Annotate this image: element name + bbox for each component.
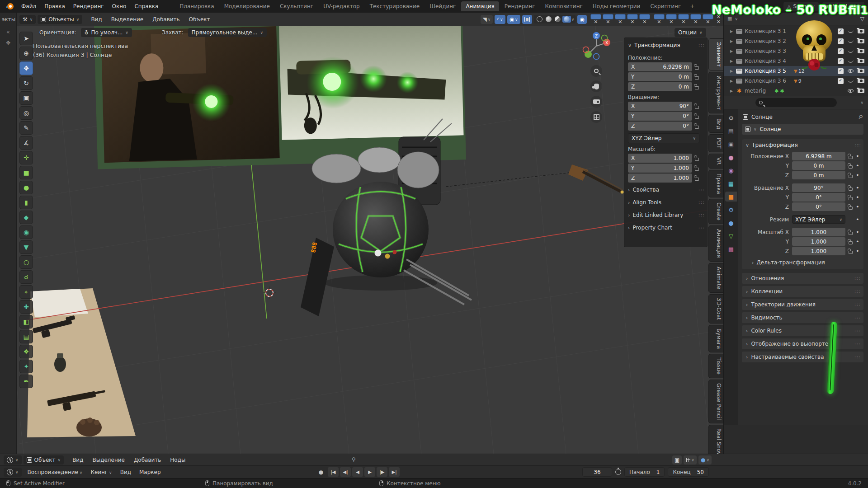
drag-dots-icon[interactable]: ∷∷ <box>854 302 859 307</box>
lock-icon[interactable] <box>695 158 699 161</box>
viewport-menu-item[interactable]: Вид <box>87 15 106 24</box>
x-icon[interactable]: ✕ <box>618 20 622 24</box>
lock-icon[interactable] <box>695 86 699 89</box>
addon-tool-half[interactable]: ◧ <box>19 315 33 328</box>
viewport-menu-item[interactable]: Объект <box>185 15 214 24</box>
collapsed-section-header[interactable]: ›Траектории движения ∷∷ <box>742 299 863 310</box>
render-camera-icon[interactable] <box>858 69 864 73</box>
value-slider[interactable]: Y0 m <box>628 72 692 81</box>
n-panel-tab[interactable]: Элемент <box>708 38 723 70</box>
n-panel-tab[interactable]: 3D-Coat <box>708 294 723 324</box>
visibility-eye-icon[interactable] <box>848 89 854 93</box>
collapsed-panel-header[interactable]: ›Align Tools∷∷ <box>628 196 703 209</box>
render-camera-icon[interactable] <box>858 79 864 83</box>
xray-toggle[interactable] <box>522 15 532 24</box>
annotate-tool[interactable]: ✎ <box>19 121 33 135</box>
collapsed-section-header[interactable]: ›Настраиваемые свойства ∷∷ <box>742 352 863 362</box>
value-slider[interactable]: Z0° <box>628 122 692 131</box>
checkbox[interactable] <box>838 78 844 84</box>
jump-end-button[interactable]: ▶| <box>389 467 400 477</box>
properties-tab-modifiers[interactable]: ⚙ <box>725 205 737 215</box>
toggle-button[interactable] <box>627 14 638 19</box>
visibility-eye-icon[interactable] <box>848 50 854 53</box>
n-panel-tab[interactable]: Правка <box>708 170 723 198</box>
workspace-tab[interactable]: Анимация <box>461 1 499 11</box>
drag-dots-icon[interactable]: ∷∷ <box>854 276 859 281</box>
n-panel-tab[interactable]: Create <box>708 199 723 224</box>
properties-tab-collection[interactable]: ▦ <box>725 178 737 188</box>
dopesheet-menu-item[interactable]: Ноды <box>166 455 189 465</box>
properties-tab-world[interactable]: ◉ <box>725 165 737 175</box>
value-slider[interactable]: X6.9298 m <box>628 62 692 71</box>
animate-dot[interactable]: • <box>856 195 859 200</box>
properties-tab-output[interactable]: ▤ <box>725 126 737 136</box>
add-primitive-tool[interactable]: ✛ <box>19 151 33 164</box>
rotate-tool[interactable]: ↻ <box>19 76 33 90</box>
lock-icon[interactable] <box>849 232 853 235</box>
object-name-field[interactable]: ∨ Солнце <box>742 124 863 135</box>
lock-icon[interactable] <box>695 126 699 129</box>
n-panel-tab[interactable]: VR <box>708 154 723 169</box>
n-panel-tab[interactable]: Анимация <box>708 225 723 261</box>
copy-icon[interactable]: ▣ <box>672 455 682 465</box>
timeline-menu-item[interactable]: Вид <box>116 468 135 477</box>
toggle-button[interactable] <box>639 14 650 19</box>
move-widget-icon[interactable]: ✥ <box>0 40 16 46</box>
add-cube-tool[interactable]: ■ <box>19 166 33 179</box>
disclosure-triangle-icon[interactable]: ▶ <box>730 79 734 83</box>
prev-keyframe-button[interactable]: ◀| <box>340 467 351 477</box>
Коллекция 3 6[interactable]: ▶ Коллекция 3 6 ▼9 <box>724 76 868 86</box>
measure-tool[interactable]: ∡ <box>19 136 33 150</box>
blender-logo[interactable] <box>4 3 14 10</box>
pin-icon[interactable]: ⚲ <box>352 456 356 463</box>
cursor-tool[interactable]: ⊕ <box>19 47 33 60</box>
rotation-mode-dropdown[interactable]: XYZ Эйлер∨ <box>792 215 845 224</box>
checkbox[interactable] <box>838 58 844 64</box>
workspace-tab[interactable]: UV-редактор <box>319 1 364 11</box>
topbar-menu-item[interactable]: Окно <box>108 2 131 11</box>
lock-icon[interactable] <box>695 168 699 171</box>
show-gizmo-dropdown[interactable]: ◥∨ <box>481 15 493 24</box>
render-camera-icon[interactable] <box>858 49 864 53</box>
camera-view-button[interactable] <box>590 96 602 108</box>
editor-type-selector[interactable]: ∨ <box>4 468 22 477</box>
collapsed-section-header[interactable]: ›Color Rules ∷∷ <box>742 325 863 336</box>
next-keyframe-button[interactable]: |▶ <box>377 467 387 477</box>
x-icon[interactable]: ✕ <box>657 20 661 24</box>
addon-tool-stack[interactable]: ▤ <box>19 330 33 343</box>
collapsed-panel-header[interactable]: ›Property Chart∷∷ <box>628 221 703 234</box>
value-slider[interactable]: 0° <box>792 193 845 202</box>
rotation-mode-dropdown[interactable]: XYZ Эйлер∨ <box>628 133 699 143</box>
drag-dots-icon[interactable]: ∷∷ <box>698 200 703 205</box>
disclosure-triangle-icon[interactable]: ▶ <box>730 89 734 93</box>
collapse-arrow-icon[interactable]: « <box>0 29 16 35</box>
drag-dots-icon[interactable]: ∷∷ <box>854 355 859 360</box>
drag-dots-icon[interactable]: ∷∷ <box>698 225 703 230</box>
render-camera-icon[interactable] <box>858 29 864 33</box>
editor-type-selector[interactable]: ∨ <box>4 455 22 465</box>
x-icon[interactable]: ✕ <box>693 20 698 24</box>
addon-tool-hook[interactable]: ☌ <box>19 270 33 284</box>
timeline-menu-item[interactable]: Кеинг ∨ <box>86 468 116 477</box>
drag-dots-icon[interactable]: ∷∷ <box>854 315 859 320</box>
animate-dot[interactable]: • <box>856 186 859 190</box>
toggle-button[interactable] <box>615 14 626 19</box>
properties-tab-object[interactable]: ■ <box>725 192 737 202</box>
collapsed-section-header[interactable]: ›Видимость ∷∷ <box>742 312 863 323</box>
scale-tool[interactable]: ▣ <box>19 91 33 105</box>
drag-dots-icon[interactable]: ∷∷ <box>854 328 859 333</box>
addon-tool-circle[interactable]: ○ <box>19 255 33 269</box>
n-panel-tab[interactable]: Вид <box>708 115 723 133</box>
lock-icon[interactable] <box>849 206 853 210</box>
x-icon[interactable]: ✕ <box>681 20 685 24</box>
value-slider[interactable]: Y0° <box>628 112 692 121</box>
zoom-button[interactable] <box>590 65 602 77</box>
disclosure-triangle-icon[interactable]: ▶ <box>730 29 734 33</box>
frame-end-field[interactable]: Конец50 <box>668 467 709 477</box>
topbar-menu-item[interactable]: Файл <box>17 2 40 11</box>
checkbox[interactable] <box>838 28 844 34</box>
visibility-eye-icon[interactable] <box>848 30 854 33</box>
snapping-toggle[interactable]: ◜∨ <box>495 15 505 24</box>
lock-icon[interactable] <box>695 106 699 109</box>
collapsed-section-header[interactable]: ›Отображение во вьюпорте ∷∷ <box>742 338 863 349</box>
